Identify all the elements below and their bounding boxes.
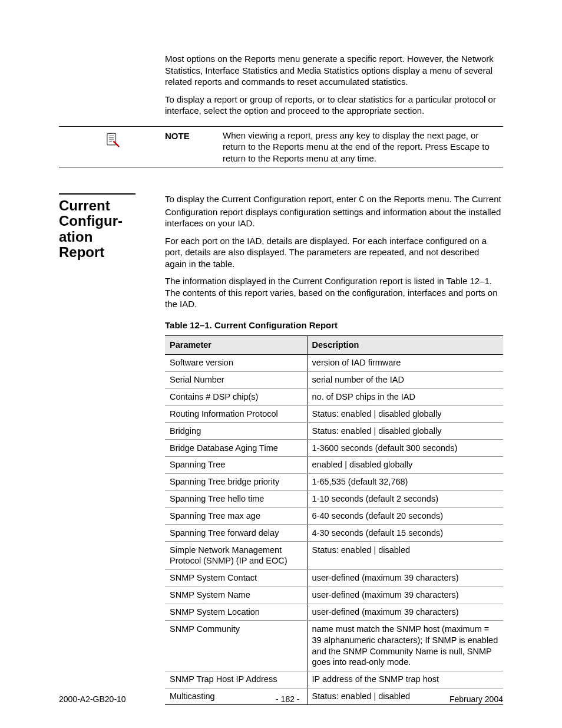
table-cell-description: user-defined (maximum 39 characters) xyxy=(307,587,503,604)
intro-paragraph-2: To display a report or group of reports,… xyxy=(165,94,503,117)
table-cell-parameter: Bridging xyxy=(165,423,307,440)
table-cell-description: name must match the SNMP host (maximum =… xyxy=(307,621,503,671)
table-cell-parameter: Contains # DSP chip(s) xyxy=(165,388,307,406)
table-cell-description: Status: enabled | disabled xyxy=(307,542,503,570)
note-text: When viewing a report, press any key to … xyxy=(223,130,503,164)
section-paragraph-3: The information displayed in the Current… xyxy=(165,275,503,310)
table-row: Spanning Tree hello time1-10 seconds (de… xyxy=(165,490,503,508)
page-content: Most options on the Reports menu generat… xyxy=(59,53,503,705)
note-icon xyxy=(104,132,120,147)
table-cell-parameter: Spanning Tree hello time xyxy=(165,490,307,508)
table-row: Serial Numberserial number of the IAD xyxy=(165,371,503,388)
table-cell-description: 1-10 seconds (default 2 seconds) xyxy=(307,490,503,508)
table-cell-description: user-defined (maximum 39 characters) xyxy=(307,569,503,587)
table-cell-parameter: SNMP System Name xyxy=(165,587,307,604)
table-cell-description: version of IAD firmware xyxy=(307,354,503,371)
table-row: Routing Information ProtocolStatus: enab… xyxy=(165,406,503,423)
table-row: SNMP System Nameuser-defined (maximum 39… xyxy=(165,587,503,604)
table-cell-parameter: Spanning Tree bridge priority xyxy=(165,473,307,490)
config-table: Parameter Description Software versionve… xyxy=(165,335,503,705)
table-row: Software versionversion of IAD firmware xyxy=(165,354,503,371)
table-cell-parameter: SNMP Trap Host IP Address xyxy=(165,671,307,688)
table-cell-parameter: SNMP Community xyxy=(165,621,307,671)
table-cell-parameter: Software version xyxy=(165,354,307,371)
table-row: Spanning Tree bridge priority1-65,535 (d… xyxy=(165,473,503,490)
table-cell-parameter: SNMP System Location xyxy=(165,604,307,621)
table-cell-parameter: Routing Information Protocol xyxy=(165,406,307,423)
table-row: SNMP System Locationuser-defined (maximu… xyxy=(165,604,503,621)
section-paragraph-1: To display the Current Configuration rep… xyxy=(165,193,503,229)
table-cell-parameter: Bridge Database Aging Time xyxy=(165,440,307,457)
note-label: NOTE xyxy=(165,130,223,164)
footer-date: February 2004 xyxy=(449,694,503,704)
table-cell-parameter: Spanning Tree xyxy=(165,456,307,473)
intro-paragraph-1: Most options on the Reports menu generat… xyxy=(165,53,503,88)
table-cell-description: 6-40 seconds (default 20 seconds) xyxy=(307,508,503,525)
table-row: SNMP System Contactuser-defined (maximum… xyxy=(165,569,503,587)
table-cell-description: enabled | disabled globally xyxy=(307,456,503,473)
section-row: Current Configur-ation Report To display… xyxy=(59,185,503,705)
intro-row: Most options on the Reports menu generat… xyxy=(59,53,503,123)
table-row: Spanning Treeenabled | disabled globally xyxy=(165,456,503,473)
note-block: NOTE When viewing a report, press any ke… xyxy=(59,126,503,168)
table-row: SNMP Communityname must match the SNMP h… xyxy=(165,621,503,671)
footer-doc-id: 2000-A2-GB20-10 xyxy=(59,694,126,704)
table-caption: Table 12–1. Current Configuration Report xyxy=(165,319,503,331)
table-cell-parameter: Simple Network Management Protocol (SNMP… xyxy=(165,542,307,570)
table-header-parameter: Parameter xyxy=(165,336,307,355)
table-row: Spanning Tree max age6-40 seconds (defau… xyxy=(165,508,503,525)
table-row: BridgingStatus: enabled | disabled globa… xyxy=(165,423,503,440)
table-cell-parameter: SNMP System Contact xyxy=(165,569,307,587)
table-row: Spanning Tree forward delay4-30 seconds … xyxy=(165,525,503,542)
table-cell-description: 1-65,535 (default 32,768) xyxy=(307,473,503,490)
table-row: Contains # DSP chip(s)no. of DSP chips i… xyxy=(165,388,503,406)
table-cell-description: serial number of the IAD xyxy=(307,371,503,388)
page-footer: 2000-A2-GB20-10 - 182 - February 2004 xyxy=(59,694,503,704)
footer-page-number: - 182 - xyxy=(276,694,299,704)
table-row: SNMP Trap Host IP AddressIP address of t… xyxy=(165,671,503,688)
section-paragraph-2: For each port on the IAD, details are di… xyxy=(165,235,503,270)
table-cell-description: IP address of the SNMP trap host xyxy=(307,671,503,688)
section-heading: Current Configur-ation Report xyxy=(59,193,135,261)
table-cell-description: no. of DSP chips in the IAD xyxy=(307,388,503,406)
table-cell-description: Status: enabled | disabled globally xyxy=(307,406,503,423)
table-cell-parameter: Spanning Tree max age xyxy=(165,508,307,525)
table-cell-description: 1-3600 seconds (default 300 seconds) xyxy=(307,440,503,457)
table-row: Simple Network Management Protocol (SNMP… xyxy=(165,542,503,570)
table-cell-description: 4-30 seconds (default 15 seconds) xyxy=(307,525,503,542)
table-cell-description: user-defined (maximum 39 characters) xyxy=(307,604,503,621)
table-row: Bridge Database Aging Time1-3600 seconds… xyxy=(165,440,503,457)
table-header-description: Description xyxy=(307,336,503,355)
table-cell-parameter: Spanning Tree forward delay xyxy=(165,525,307,542)
table-cell-description: Status: enabled | disabled globally xyxy=(307,423,503,440)
table-cell-parameter: Serial Number xyxy=(165,371,307,388)
